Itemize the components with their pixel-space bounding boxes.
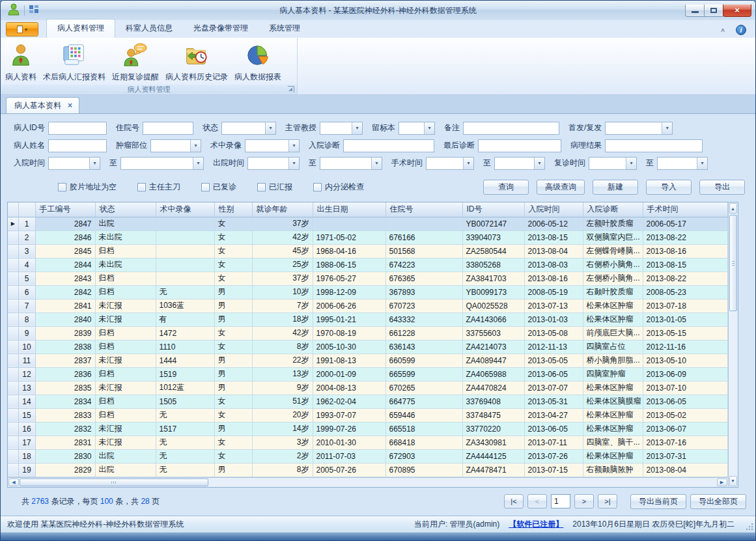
table-row[interactable]: 52843归档女37岁1976-05-27676365ZA38417032013… (8, 271, 727, 285)
column-header[interactable]: 性别 (214, 202, 252, 217)
table-row[interactable]: 72841未汇报1036蓝男7岁2006-06-26670723QA002552… (8, 299, 727, 312)
registered-link[interactable]: 【软件已注册】 (509, 519, 563, 530)
revisit-date-from-select[interactable]: ▾ (589, 157, 637, 170)
info-icon[interactable]: i (736, 25, 746, 35)
column-header[interactable]: 入院诊断 (583, 202, 643, 217)
table-row[interactable]: 92839归档1472女42岁1970-08-19661228337556032… (8, 326, 727, 340)
patient-id-input[interactable] (48, 122, 107, 135)
admit-date-from-select[interactable]: ▾ (48, 157, 100, 170)
previous-page-button[interactable]: < (527, 494, 547, 508)
dialog-launcher-icon[interactable] (288, 86, 294, 92)
revisit-date-to-select[interactable]: ▾ (657, 157, 708, 170)
column-header[interactable]: 就诊年龄 (252, 202, 313, 217)
table-row[interactable]: 62842归档无男10岁1998-12-09367893YB0099173200… (8, 285, 727, 299)
discharge-date-to-select[interactable]: ▾ (320, 157, 382, 170)
column-header[interactable]: 术中录像 (156, 202, 214, 217)
export-all-pages-button[interactable]: 导出全部页 (690, 494, 746, 509)
tab-close-icon[interactable]: × (68, 101, 72, 110)
surgery-date-to-select[interactable]: ▾ (494, 157, 545, 170)
table-row[interactable]: ▶12847出院女37岁YB00721472006-05-12左额叶胶质瘤200… (8, 217, 727, 230)
checkbox-revisited[interactable]: 已复诊 (201, 182, 236, 193)
app-menu-button[interactable]: ▾ (6, 22, 38, 36)
pathology-result-input[interactable] (605, 139, 703, 152)
table-row[interactable]: 192829出院无男8岁2005-07-26670895ZA4478471201… (8, 463, 727, 477)
table-row[interactable]: 132835未汇报1012蓝男9岁2004-08-13670265ZA44708… (8, 381, 727, 395)
export-button[interactable]: 导出 (699, 180, 745, 195)
table-cell: 2013-08-15 (524, 230, 583, 244)
table-header-row: 手工编号状态术中录像性别就诊年龄出生日期住院号ID号入院时间入院诊断手术时间 (8, 202, 727, 217)
next-page-button[interactable]: > (574, 494, 594, 508)
collapse-ribbon-icon[interactable]: ∧ (720, 27, 725, 33)
import-button[interactable]: 导入 (646, 180, 692, 195)
tumor-site-select[interactable]: ▾ (150, 139, 201, 152)
column-header[interactable]: 出生日期 (313, 202, 385, 217)
table-row[interactable]: 172831未汇报无女3岁2010-01-30668418ZA343098120… (8, 436, 727, 449)
table-row[interactable]: 32845归档女45岁1968-04-16501568ZA25805442013… (8, 244, 727, 258)
column-header[interactable]: 手术时间 (643, 202, 727, 217)
horizontal-scrollbar[interactable]: ◀ ▶ (8, 477, 728, 487)
scroll-down-icon[interactable]: ▼ (729, 476, 737, 486)
surgery-date-from-select[interactable]: ▾ (426, 157, 474, 170)
resize-grip[interactable] (746, 523, 753, 530)
discharge-date-from-select[interactable]: ▾ (247, 157, 300, 170)
status-select[interactable]: ▾ (221, 122, 276, 135)
quick-access-grid-icon[interactable] (29, 4, 39, 17)
final-diagnosis-input[interactable] (478, 139, 561, 152)
ribbon-button-postop-reports[interactable]: 术后病人汇报资料 (40, 40, 109, 85)
patient-name-input[interactable] (48, 139, 107, 152)
maximize-button[interactable] (704, 5, 723, 17)
ribbon-button-data-reports[interactable]: 病人数据报表 (231, 40, 285, 85)
remark-input[interactable] (463, 122, 559, 135)
onset-select[interactable]: ▾ (605, 122, 673, 135)
table-row[interactable]: 122836归档1519男13岁2000-01-09665599ZA406598… (8, 367, 727, 381)
table-row[interactable]: 182830出院无女2岁2011-07-03672903ZA4444125201… (8, 449, 727, 463)
table-row[interactable]: 22846未出院女42岁1971-05-02676166339040732013… (8, 230, 727, 244)
ribbon-tab-system[interactable]: 系统管理 (259, 20, 311, 38)
checkbox-chief-surgeon[interactable]: 主任主刀 (137, 182, 180, 193)
table-row[interactable]: 152833归档无女20岁1993-07-0765944633748475201… (8, 408, 727, 422)
column-header[interactable]: 状态 (95, 202, 156, 217)
ribbon-button-revisit-reminder[interactable]: 近期复诊提醒 (109, 40, 162, 85)
table-cell: 松果体区肿瘤 (583, 381, 643, 395)
minimize-button[interactable] (685, 5, 705, 17)
table-row[interactable]: 112837未汇报1444男22岁1991-08-13660599ZA40894… (8, 354, 727, 367)
checkbox-reported[interactable]: 已汇报 (257, 182, 292, 193)
ribbon-tab-staff-info[interactable]: 科室人员信息 (115, 20, 183, 38)
vertical-scrollbar[interactable]: ▲ ▼ (728, 202, 738, 488)
admit-date-to-select[interactable]: ▾ (120, 157, 204, 170)
first-page-button[interactable]: |< (504, 494, 524, 508)
vscroll-thumb[interactable] (729, 215, 737, 311)
table-row[interactable]: 162832未汇报1517男14岁1999-07-266655183377022… (8, 422, 727, 436)
checkbox-film-address-empty[interactable]: 胶片地址为空 (58, 182, 117, 193)
last-page-button[interactable]: >| (598, 494, 617, 508)
ribbon-button-history-records[interactable]: 病人资料历史记录 (162, 40, 231, 85)
scroll-right-icon[interactable]: ▶ (717, 479, 727, 486)
ribbon-button-patient-data[interactable]: 病人资料 (2, 40, 40, 85)
query-button[interactable]: 查询 (483, 180, 529, 195)
professor-select[interactable]: ▾ (320, 122, 363, 135)
table-row[interactable]: 142834归档1505女51岁1962-02-0466477533769408… (8, 395, 727, 408)
table-row[interactable]: 82840未汇报有男18岁1995-01-21643332ZA414306620… (8, 312, 727, 326)
close-button[interactable]: × (723, 5, 751, 17)
table-row[interactable]: 42844未出院女25岁1988-06-15674223338052682013… (8, 258, 727, 271)
ribbon-tab-disc-management[interactable]: 光盘录像带管理 (183, 20, 259, 38)
table-row[interactable]: 102838归档1110女8岁2005-10-30636143ZA4214073… (8, 340, 727, 354)
column-header[interactable]: ID号 (462, 202, 524, 217)
scroll-up-icon[interactable]: ▲ (729, 203, 737, 214)
export-current-page-button[interactable]: 导出当前页 (630, 494, 686, 509)
column-header[interactable]: 入院时间 (524, 202, 583, 217)
checkbox-endocrine-exam[interactable]: 内分泌检查 (313, 182, 364, 193)
document-tab-patient-basic-info[interactable]: 病人基本资料 × (6, 97, 79, 113)
ribbon-tab-patient-management[interactable]: 病人资料管理 (46, 19, 115, 38)
hscroll-thumb[interactable] (20, 479, 208, 486)
inpatient-no-input[interactable] (143, 122, 193, 135)
intraop-video-select[interactable]: ▾ (245, 139, 300, 152)
scroll-left-icon[interactable]: ◀ (8, 479, 19, 486)
new-button[interactable]: 新建 (593, 180, 638, 195)
advanced-query-button[interactable]: 高级查询 (537, 180, 585, 195)
page-number-input[interactable] (551, 494, 570, 508)
column-header[interactable]: 手工编号 (35, 202, 95, 217)
admission-diagnosis-input[interactable] (343, 139, 434, 152)
specimen-select[interactable]: ▾ (399, 122, 435, 135)
column-header[interactable]: 住院号 (385, 202, 462, 217)
